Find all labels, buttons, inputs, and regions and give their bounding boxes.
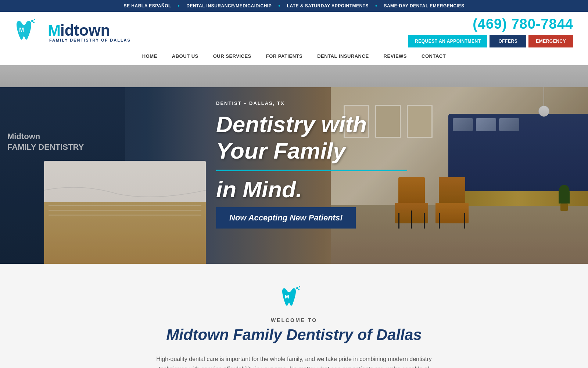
welcome-tooth-icon: M: [281, 286, 307, 310]
svg-point-1: [31, 20, 33, 22]
hero-divider-line: [216, 170, 407, 171]
topbar-dot-3: •: [375, 3, 377, 9]
hero-subtitle: DENTIST – DALLAS, TX: [216, 100, 285, 106]
logo-icon: M: [15, 18, 48, 46]
phone-number[interactable]: (469) 780-7844: [473, 16, 573, 32]
topbar-item-2: DENTAL INSURANCE/MEDICAID/CHIP: [186, 3, 272, 8]
svg-point-2: [34, 19, 35, 20]
topbar-item-3: LATE & SATURDAY APPOINTMENTS: [287, 3, 369, 8]
logo-area: M M idtown FAMILY DENTISTRY OF DALLAS: [15, 18, 131, 46]
hero-section: MidtownFAMILY DENTISTRY: [0, 65, 588, 264]
hero-title-line1: Dentistry with: [216, 112, 367, 137]
header: M M idtown FAMILY DENTISTRY OF DALLAS (4…: [0, 12, 588, 52]
header-buttons: REQUEST AN APPOINTMENT OFFERS EMERGENCY: [408, 35, 573, 47]
nav-about[interactable]: ABOUT US: [172, 52, 198, 60]
offers-button[interactable]: OFFERS: [490, 35, 526, 47]
welcome-text: High-quality dental care is important fo…: [151, 354, 437, 368]
welcome-section: M WELCOME TO Midtown Family Dentistry of…: [0, 264, 588, 368]
emergency-button[interactable]: EMERGENCY: [528, 35, 573, 47]
topbar-item-4: SAME-DAY DENTAL EMERGENCIES: [384, 3, 464, 8]
appointment-button[interactable]: REQUEST AN APPOINTMENT: [408, 35, 487, 47]
welcome-title: Midtown Family Dentistry of Dallas: [15, 326, 573, 344]
logo-brand-name: idtown: [60, 22, 110, 39]
topbar-item-1: SE HABLA ESPAÑOL: [123, 3, 171, 8]
logo[interactable]: M M idtown FAMILY DENTISTRY OF DALLAS: [15, 18, 131, 46]
svg-point-6: [299, 286, 300, 287]
header-right: (469) 780-7844 REQUEST AN APPOINTMENT OF…: [408, 16, 573, 47]
welcome-pretitle: WELCOME TO: [15, 317, 573, 323]
hero-title-line3: in Mind.: [216, 177, 302, 202]
svg-text:M: M: [285, 294, 289, 300]
welcome-logo-icon: M: [15, 286, 573, 311]
nav-services[interactable]: OUR SERVICES: [213, 52, 251, 60]
nav-patients[interactable]: FOR PATIENTS: [266, 52, 302, 60]
svg-point-7: [298, 289, 300, 290]
nav-reviews[interactable]: REVIEWS: [384, 52, 407, 60]
hero-title-line2: Your Family: [216, 138, 346, 163]
svg-point-5: [296, 287, 298, 289]
navigation: HOME ABOUT US OUR SERVICES FOR PATIENTS …: [0, 52, 588, 65]
topbar-dot-1: •: [178, 3, 180, 9]
nav-insurance[interactable]: DENTAL INSURANCE: [317, 52, 369, 60]
svg-text:M: M: [19, 27, 24, 33]
logo-tagline: FAMILY DENTISTRY OF DALLAS: [48, 38, 131, 42]
logo-m-letter: M: [48, 22, 60, 39]
nav-contact[interactable]: CONTACT: [422, 52, 446, 60]
nav-home[interactable]: HOME: [142, 52, 157, 60]
hero-text-area: DENTIST – DALLAS, TX Dentistry with Your…: [194, 65, 588, 264]
top-bar: SE HABLA ESPAÑOL • DENTAL INSURANCE/MEDI…: [0, 0, 588, 12]
svg-point-3: [33, 22, 35, 23]
topbar-dot-2: •: [278, 3, 280, 9]
hero-cta-button[interactable]: Now Accepting New Patients!: [216, 207, 356, 229]
